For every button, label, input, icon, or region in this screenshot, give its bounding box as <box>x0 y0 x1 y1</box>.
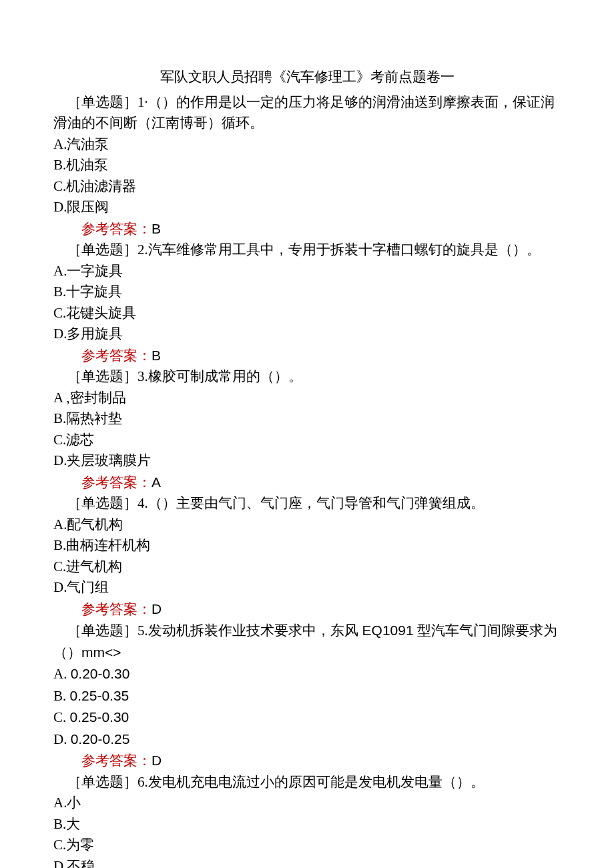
q3-answer-value: A <box>151 474 161 490</box>
q1-text-line2: 滑油的不间断（江南博哥）循环。 <box>53 113 561 134</box>
q5-text-line1: ［单选题］5.发动机拆装作业技术要求中，东风 EQ1091 型汽车气门间隙要求为 <box>53 620 561 642</box>
q1-answer-value: B <box>151 221 161 236</box>
q1-option-d: D.限压阀 <box>53 197 561 218</box>
q5-optB-val: 0.25-0.35 <box>70 688 129 703</box>
q2-option-d: D.多用旋具 <box>53 324 561 345</box>
q1-answer-label: 参考答案： <box>81 221 151 237</box>
document-title: 军队文职人员招聘《汽车修理工》考前点题卷一 <box>53 67 561 88</box>
q2-text: ［单选题］2.汽车维修常用工具中，专用于拆装十字槽口螺钉的旋具是（）。 <box>53 240 561 261</box>
q1-text-line1: ［单选题］1·（）的作用是以一定的压力将足够的润滑油送到摩擦表面，保证润 <box>53 92 561 113</box>
q2-answer-value: B <box>151 348 161 363</box>
q5-option-c: C. 0.25-0.30 <box>53 707 561 729</box>
q5-line1-pre: ［单选题］5.发动机拆装作业技术要求中，东风 <box>67 622 358 638</box>
q3-answer: 参考答案：A <box>53 472 561 494</box>
q4-answer: 参考答案：D <box>53 598 561 620</box>
q3-option-b: B.隔热衬垫 <box>53 408 561 430</box>
q1-text1: 的作用是以一定的压力将足够的润滑油送到摩擦表面，保证润 <box>176 94 555 110</box>
q3-option-d: D.夹层玻璃膜片 <box>53 450 561 472</box>
q5-answer-label: 参考答案： <box>81 753 151 769</box>
q1-option-a: A.汽油泵 <box>53 134 561 155</box>
q5-answer-value: D <box>151 753 162 768</box>
q6-option-a: A.小 <box>53 793 561 814</box>
q5-option-d: D. 0.20-0.25 <box>53 729 561 751</box>
q5-line1-mid: EQ1091 <box>358 622 418 638</box>
q1-option-b: B.机油泵 <box>53 155 561 176</box>
q5-optD-pre: D. <box>53 731 71 747</box>
q5-optC-val: 0.25-0.30 <box>70 709 129 725</box>
q6-option-c: C.为零 <box>53 835 561 856</box>
q5-line2-pre: （） <box>53 644 81 661</box>
q3-answer-label: 参考答案： <box>81 474 151 490</box>
q2-option-c: C.花键头旋具 <box>53 303 561 324</box>
q2-option-a: A.一字旋具 <box>53 261 561 282</box>
q5-option-a: A. 0.20-0.30 <box>53 663 561 685</box>
q5-line1-post: 型汽车气门间隙要求为 <box>417 622 557 638</box>
q2-answer: 参考答案：B <box>53 345 561 367</box>
q6-option-d: D.不稳 <box>53 856 561 869</box>
q4-option-b: B.曲柄连杆机构 <box>53 535 561 556</box>
q4-option-d: D.气门组 <box>53 577 561 598</box>
q5-option-b: B. 0.25-0.35 <box>53 685 561 707</box>
q1-option-c: C.机油滤清器 <box>53 176 561 197</box>
q4-answer-label: 参考答案： <box>81 601 151 617</box>
q1-answer: 参考答案：B <box>53 218 561 240</box>
q5-optA-val: 0.20-0.30 <box>71 666 130 681</box>
q5-text-line2: （）mm<> <box>53 642 561 664</box>
q4-answer-value: D <box>151 601 162 616</box>
q3-option-a: A ,密封制品 <box>53 388 561 409</box>
q5-optD-val: 0.20-0.25 <box>71 731 130 747</box>
q1-prefix: ［单选题］1·（） <box>67 94 176 110</box>
q3-text: ［单选题］3.橡胶可制成常用的（）。 <box>53 366 561 388</box>
q5-optC-pre: C. <box>53 709 70 725</box>
q4-option-c: C.进气机构 <box>53 556 561 578</box>
q5-optA-pre: A. <box>53 666 71 682</box>
q5-line2-mid: mm<> <box>81 644 121 660</box>
q5-answer: 参考答案：D <box>53 750 561 772</box>
q2-option-b: B.十字旋具 <box>53 282 561 303</box>
q4-text: ［单选题］4.（）主要由气门、气门座，气门导管和气门弹簧组成。 <box>53 493 561 514</box>
q3-option-c: C.滤芯 <box>53 430 561 451</box>
q6-text: ［单选题］6.发电机充电电流过小的原因可能是发电机发电量（）。 <box>53 772 561 793</box>
q5-optB-pre: B. <box>53 688 70 704</box>
q4-option-a: A.配气机构 <box>53 514 561 536</box>
q2-answer-label: 参考答案： <box>81 348 151 364</box>
q6-option-b: B.大 <box>53 814 561 835</box>
